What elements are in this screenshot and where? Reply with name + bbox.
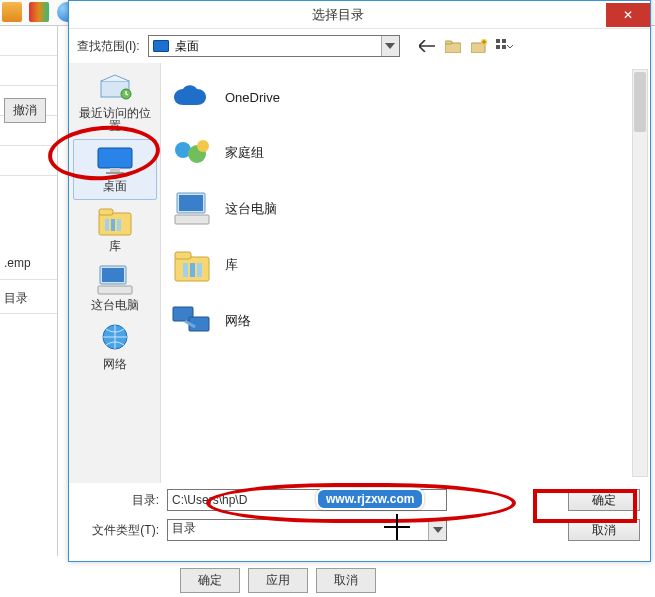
svg-rect-6: [496, 45, 500, 49]
network-icon: [95, 322, 135, 356]
places-item-thispc[interactable]: 这台电脑: [73, 259, 157, 318]
lookin-row: 查找范围(I): 桌面: [69, 29, 650, 63]
parent-apply-button[interactable]: 应用: [248, 568, 308, 593]
scrollbar[interactable]: [632, 69, 648, 477]
close-button[interactable]: ✕: [606, 3, 650, 27]
back-icon[interactable]: [418, 37, 436, 55]
chevron-down-icon[interactable]: [428, 520, 446, 540]
svg-rect-31: [190, 263, 195, 277]
library-icon: [171, 244, 213, 286]
dialog-body: 最近访问的位置 桌面 库 这台电脑: [69, 63, 650, 483]
ok-button[interactable]: 确定: [568, 489, 640, 511]
books-icon[interactable]: [29, 2, 49, 22]
lookin-label: 查找范围(I):: [77, 38, 140, 55]
lookin-value: 桌面: [175, 38, 199, 55]
desktop-icon: [95, 144, 135, 178]
cancel-button[interactable]: 取消: [568, 519, 640, 541]
filetype-value: 目录: [172, 521, 196, 535]
places-item-desktop[interactable]: 桌面: [73, 139, 157, 200]
places-label: 网络: [75, 358, 155, 371]
network-monitor-icon: [171, 300, 213, 342]
filetype-dropdown[interactable]: 目录: [167, 519, 447, 541]
new-folder-icon[interactable]: [470, 37, 488, 55]
desktop-icon: [153, 40, 169, 52]
folder-label: OneDrive: [225, 90, 280, 105]
svg-rect-19: [102, 268, 124, 282]
folder-item-thispc[interactable]: 这台电脑: [171, 185, 640, 233]
svg-rect-20: [98, 286, 132, 294]
svg-rect-30: [183, 263, 188, 277]
svg-rect-1: [445, 41, 452, 44]
svg-rect-26: [179, 195, 203, 211]
folder-item-homegroup[interactable]: 家庭组: [171, 129, 640, 177]
parent-panel-row: [0, 26, 57, 56]
directory-label: 目录:: [79, 492, 159, 509]
folder-label: 网络: [225, 312, 251, 330]
lookin-dropdown[interactable]: 桌面: [148, 35, 400, 57]
svg-rect-27: [175, 215, 209, 224]
scrollbar-thumb[interactable]: [634, 72, 646, 132]
svg-rect-4: [496, 39, 500, 43]
svg-rect-7: [502, 45, 506, 49]
recent-icon: [95, 71, 135, 105]
svg-point-24: [197, 140, 209, 152]
svg-rect-29: [175, 252, 191, 259]
library-icon: [95, 204, 135, 238]
titlebar: 选择目录 ✕: [69, 1, 650, 29]
svg-rect-32: [197, 263, 202, 277]
folder-item-network[interactable]: 网络: [171, 297, 640, 345]
close-icon: ✕: [623, 8, 633, 22]
places-label: 桌面: [76, 180, 154, 193]
folder-item-library[interactable]: 库: [171, 241, 640, 289]
places-item-recent[interactable]: 最近访问的位置: [73, 67, 157, 139]
cloud-icon: [171, 76, 213, 118]
parent-cancel-button[interactable]: 取消: [316, 568, 376, 593]
places-item-library[interactable]: 库: [73, 200, 157, 259]
parent-ok-button[interactable]: 确定: [180, 568, 240, 593]
places-label: 这台电脑: [75, 299, 155, 312]
parent-left-panel: 撤消 .emp 目录: [0, 26, 58, 556]
parent-bottom-buttons: 确定 应用 取消: [180, 568, 376, 593]
parent-panel-row: 撤消: [0, 86, 57, 116]
svg-rect-17: [117, 219, 121, 231]
lookin-toolbar: [418, 37, 514, 55]
view-menu-icon[interactable]: [496, 37, 514, 55]
computer-icon: [171, 188, 213, 230]
parent-dir-label: 目录: [0, 284, 57, 314]
folder-label: 库: [225, 256, 238, 274]
svg-rect-15: [105, 219, 109, 231]
places-bar: 最近访问的位置 桌面 库 这台电脑: [69, 63, 161, 483]
svg-rect-5: [502, 39, 506, 43]
places-item-network[interactable]: 网络: [73, 318, 157, 377]
chevron-down-icon[interactable]: [381, 36, 399, 56]
watermark-badge: www.rjzxw.com: [316, 488, 424, 510]
svg-rect-11: [110, 168, 120, 172]
dialog-title: 选择目录: [69, 6, 606, 24]
computer-icon: [95, 263, 135, 297]
homegroup-icon: [171, 132, 213, 174]
parent-temp-label: .emp: [0, 250, 57, 280]
filetype-label: 文件类型(T):: [79, 522, 159, 539]
up-folder-icon[interactable]: [444, 37, 462, 55]
places-label: 库: [75, 240, 155, 253]
svg-rect-12: [106, 172, 124, 174]
folder-icon[interactable]: [2, 2, 22, 22]
parent-panel-row: [0, 146, 57, 176]
undo-button[interactable]: 撤消: [4, 98, 46, 123]
svg-rect-16: [111, 219, 115, 231]
choose-directory-dialog: 选择目录 ✕ 查找范围(I): 桌面: [68, 0, 651, 562]
svg-rect-14: [99, 209, 113, 215]
svg-rect-10: [98, 148, 132, 168]
file-list: OneDrive 家庭组 这台电脑 库: [161, 63, 650, 483]
folder-label: 这台电脑: [225, 200, 277, 218]
places-label: 最近访问的位置: [75, 107, 155, 133]
folder-label: 家庭组: [225, 144, 264, 162]
parent-panel-row: [0, 56, 57, 86]
folder-item-onedrive[interactable]: OneDrive: [171, 73, 640, 121]
